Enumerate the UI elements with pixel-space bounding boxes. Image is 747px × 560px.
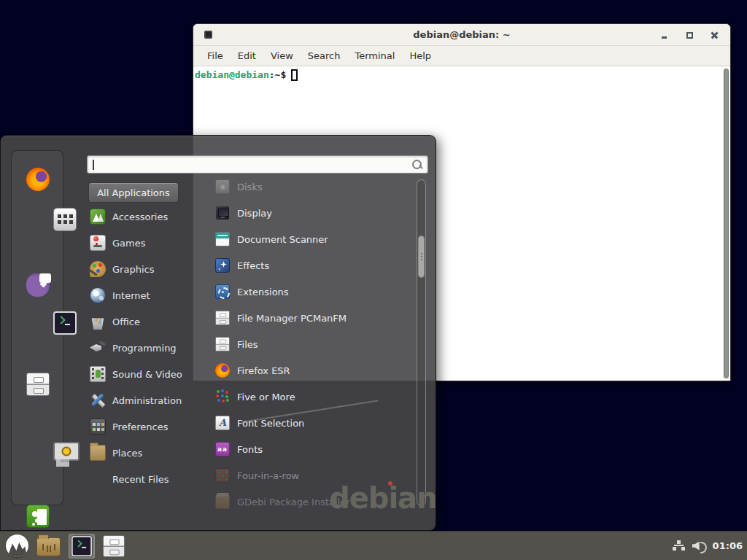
- terminal-scrollbar-thumb[interactable]: [724, 69, 729, 378]
- games-icon: [90, 235, 106, 251]
- menu-help[interactable]: Help: [403, 48, 438, 63]
- category-recent-files[interactable]: Recent Files: [85, 466, 193, 492]
- window-title: debian@debian: ~: [193, 29, 730, 40]
- app-disks[interactable]: Disks: [193, 174, 417, 200]
- sound-video-icon: [90, 366, 106, 382]
- fonts-icon: aa: [215, 442, 230, 456]
- app-list-scrollbar[interactable]: [417, 179, 426, 506]
- disks-icon: [215, 179, 230, 194]
- app-firefox-esr[interactable]: Firefox ESR: [193, 357, 417, 384]
- category-graphics[interactable]: Graphics: [85, 256, 193, 282]
- four-in-a-row-icon: [215, 468, 230, 483]
- office-icon: [90, 314, 106, 330]
- app-five-or-more[interactable]: Five or More: [193, 384, 417, 410]
- app-display[interactable]: Display: [193, 200, 417, 226]
- search-box[interactable]: [87, 155, 428, 174]
- lock-screen-icon[interactable]: [53, 440, 77, 464]
- all-applications-button[interactable]: All Applications: [88, 182, 179, 203]
- menu-search[interactable]: Search: [301, 48, 347, 63]
- desktop: debian@debian: ~ File Edit View Search T…: [0, 0, 747, 560]
- application-menu: All Applications Accessories Games Graph…: [0, 135, 436, 531]
- terminal-titlebar[interactable]: debian@debian: ~: [193, 24, 730, 46]
- category-list: Accessories Games Graphics Internet Offi…: [85, 203, 193, 492]
- log-out-icon[interactable]: [26, 505, 50, 528]
- terminal-scrollbar[interactable]: [723, 68, 729, 379]
- minimize-button[interactable]: [661, 31, 669, 39]
- category-places[interactable]: Places: [85, 440, 193, 466]
- window-menu-icon[interactable]: [204, 31, 212, 39]
- favorite-pidgin-icon[interactable]: [26, 273, 50, 297]
- gdebi-icon: [215, 494, 230, 509]
- file-manager-icon: [215, 311, 230, 325]
- app-document-scanner[interactable]: Document Scanner: [193, 226, 417, 252]
- category-office[interactable]: Office: [85, 308, 193, 335]
- taskbar-file-cabinet[interactable]: [103, 535, 125, 557]
- menu-terminal[interactable]: Terminal: [348, 48, 401, 63]
- category-preferences[interactable]: Preferences: [85, 413, 193, 440]
- menu-edit[interactable]: Edit: [231, 48, 263, 63]
- search-icon: [411, 159, 423, 171]
- accessories-icon: [90, 209, 106, 225]
- administration-icon: [90, 392, 106, 408]
- clock[interactable]: 01:06: [713, 540, 743, 551]
- category-sound-video[interactable]: Sound & Video: [85, 361, 193, 387]
- maximize-button[interactable]: [686, 31, 694, 39]
- font-selection-icon: A: [215, 416, 230, 430]
- system-tray: 01:06: [673, 540, 747, 552]
- taskbar-file-manager[interactable]: [36, 536, 61, 556]
- taskbar-terminal-active[interactable]: [69, 534, 95, 559]
- volume-icon[interactable]: [692, 540, 706, 552]
- debian-watermark: debian: [329, 481, 437, 515]
- folder-icon: [36, 537, 61, 556]
- scrollbar-grip: [421, 253, 422, 254]
- search-input[interactable]: [93, 157, 407, 172]
- favorite-firefox-icon[interactable]: [26, 168, 50, 191]
- application-list: Disks Display Document Scanner Effects E…: [193, 174, 417, 515]
- favorite-file-manager-icon[interactable]: [26, 373, 50, 396]
- favorite-keyboard-icon[interactable]: [53, 208, 77, 231]
- document-scanner-icon: [215, 232, 230, 246]
- category-programming[interactable]: Programming: [85, 335, 193, 361]
- prompt-user-host: debian@debian: [195, 69, 269, 81]
- display-icon: [215, 206, 230, 220]
- favorites-panel: [11, 150, 63, 505]
- programming-icon: [90, 340, 106, 356]
- taskbar-launchers: [0, 534, 125, 559]
- app-list-scrollbar-thumb[interactable]: [418, 236, 425, 278]
- app-files[interactable]: Files: [193, 331, 417, 357]
- window-controls: [661, 24, 719, 46]
- extensions-icon: [215, 284, 230, 299]
- menu-file[interactable]: File: [201, 48, 230, 63]
- terminal-cursor: [291, 69, 298, 81]
- recent-files-spacer: [90, 471, 106, 487]
- watermark-red-dot: [388, 481, 392, 486]
- file-cabinet-icon: [103, 535, 125, 557]
- firefox-icon: [215, 363, 230, 378]
- menu-button-icon: [6, 534, 28, 557]
- category-games[interactable]: Games: [85, 230, 193, 256]
- terminal-icon: [71, 536, 92, 556]
- network-icon[interactable]: [673, 540, 686, 552]
- files-icon: [215, 337, 230, 351]
- app-effects[interactable]: Effects: [193, 252, 417, 279]
- app-extensions[interactable]: Extensions: [193, 279, 417, 305]
- app-file-manager-pcmanfm[interactable]: File Manager PCManFM: [193, 305, 417, 331]
- category-accessories[interactable]: Accessories: [85, 203, 193, 230]
- close-button[interactable]: [711, 31, 719, 39]
- taskbar: 01:06: [0, 531, 747, 560]
- category-internet[interactable]: Internet: [85, 282, 193, 308]
- preferences-icon: [90, 419, 106, 435]
- prompt-line: debian@debian:~$: [195, 69, 729, 81]
- graphics-icon: [90, 261, 106, 277]
- menu-button[interactable]: [6, 534, 28, 557]
- prompt-suffix: :~$: [269, 69, 286, 81]
- category-administration[interactable]: Administration: [85, 387, 193, 413]
- five-or-more-icon: [215, 389, 230, 404]
- terminal-menubar: File Edit View Search Terminal Help: [193, 46, 730, 66]
- internet-icon: [90, 287, 106, 303]
- menu-view[interactable]: View: [264, 48, 300, 63]
- app-fonts[interactable]: aaFonts: [193, 436, 417, 462]
- favorite-terminal-icon[interactable]: [53, 311, 77, 335]
- app-font-selection[interactable]: AFont Selection: [193, 410, 417, 436]
- places-icon: [90, 445, 106, 461]
